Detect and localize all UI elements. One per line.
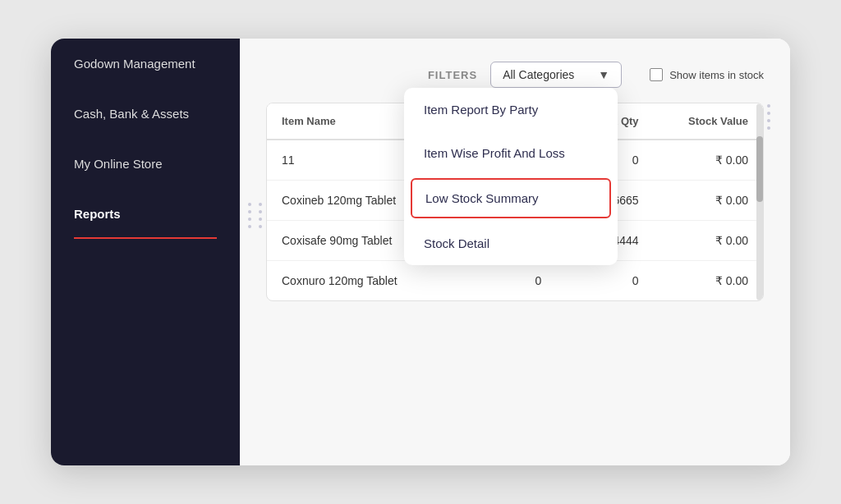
dropdown-item-label-1: Item Wise Profit And Loss [424,146,565,160]
cell-stock-value: ₹ 0.00 [654,181,763,221]
sidebar-item-reports[interactable]: Reports [51,189,240,239]
cell-stock-qty: 0 [556,261,653,301]
sidebar-item-cash-bank[interactable]: Cash, Bank & Assets [51,89,240,139]
category-select[interactable]: All Categories ▼ [490,62,622,88]
main-content: FILTERS All Categories ▼ Show items in s… [240,39,790,465]
cell-stock-value: ₹ 0.00 [654,140,763,181]
filters-row: FILTERS All Categories ▼ Show items in s… [266,62,764,88]
table-row: Coxnuro 120mg Tablet 0 0 ₹ 0.00 [267,261,763,301]
cell-stock-value: ₹ 0.00 [654,261,763,301]
dropdown-item-label-2: Low Stock Summary [425,191,539,205]
show-stock-label: Show items in stock [669,69,764,81]
dropdown-item-item-report-by-party[interactable]: Item Report By Party [404,88,618,131]
sidebar-item-reports-label: Reports [74,207,121,221]
col-stock-value: Stock Value [654,103,763,140]
sidebar-item-godown-label: Godown Management [74,57,195,71]
table-scrollbar[interactable] [756,103,763,300]
app-window: Godown Management Cash, Bank & Assets My… [51,39,790,465]
dropdown-item-low-stock-summary[interactable]: Low Stock Summary [411,178,611,218]
show-stock-checkbox[interactable] [650,68,663,81]
sidebar-item-godown[interactable]: Godown Management [51,39,240,89]
sidebar: Godown Management Cash, Bank & Assets My… [51,39,240,465]
sidebar-item-cash-bank-label: Cash, Bank & Assets [74,107,189,121]
cell-stock-value: ₹ 0.00 [654,221,763,261]
dropdown-item-item-wise-profit-loss[interactable]: Item Wise Profit And Loss [404,131,618,175]
dropdown-menu: Item Report By Party Item Wise Profit An… [404,88,618,265]
dropdown-item-label-0: Item Report By Party [424,103,538,117]
table-scrollbar-thumb [756,136,763,202]
cell-item-name: Coxnuro 120mg Tablet [267,261,444,301]
cell-reorder-qty: 0 [444,261,556,301]
show-stock-row: Show items in stock [650,68,764,81]
sidebar-item-online-store-label: My Online Store [74,157,163,171]
dropdown-item-stock-detail[interactable]: Stock Detail [404,222,618,265]
sidebar-item-online-store[interactable]: My Online Store [51,139,240,189]
filters-label: FILTERS [428,69,477,81]
category-select-value: All Categories [503,68,574,81]
chevron-down-icon: ▼ [598,68,609,81]
dropdown-item-label-3: Stock Detail [424,236,489,250]
